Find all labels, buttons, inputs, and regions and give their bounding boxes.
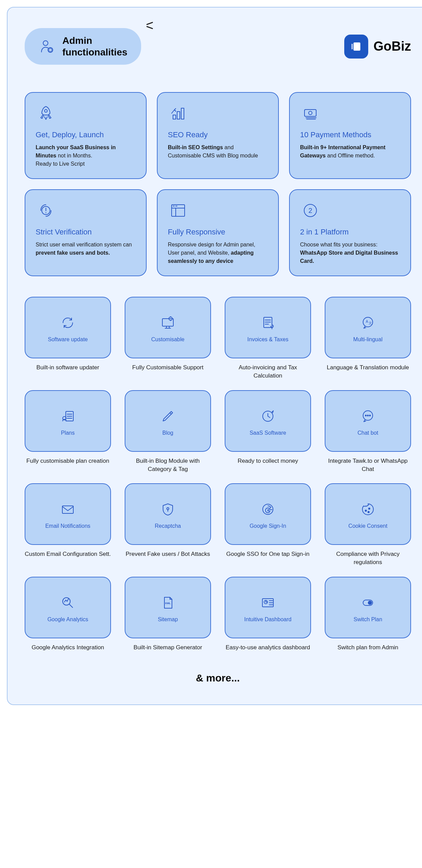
admin-user-icon — [38, 38, 55, 55]
small-desc: Google SSO for One tap Sign-in — [225, 550, 311, 558]
chart-icon — [168, 103, 188, 124]
feature-desc: Built-in 9+ International Payment Gatewa… — [300, 143, 400, 160]
small-feature-email: Email NotificationsCustom Email Configur… — [25, 483, 111, 566]
svg-point-0 — [43, 41, 48, 46]
big-features-grid: Get, Deploy, LaunchLaunch your SaaS Busi… — [25, 92, 411, 276]
small-title: Google Analytics — [47, 616, 88, 623]
small-feature-saas: SaaS SoftwareReady to collect money — [225, 390, 311, 473]
chat-icon — [359, 408, 376, 425]
small-title: Switch Plan — [353, 616, 382, 623]
cookie-icon — [359, 501, 376, 518]
feature-desc: Choose what fits your business: WhatsApp… — [300, 241, 400, 265]
dashboard-icon — [259, 594, 276, 611]
small-feature-recaptcha: RecaptchaPrevent Fake users / Bot Attack… — [125, 483, 211, 566]
svg-text:2: 2 — [308, 207, 312, 214]
svg-text:XML: XML — [165, 602, 171, 605]
logo-mark-icon — [344, 35, 368, 59]
svg-point-25 — [368, 415, 369, 416]
feature-title: Get, Deploy, Launch — [36, 130, 136, 139]
page-title: Adminfunctionalities — [62, 35, 127, 58]
feature-card-platform: 22 in 1 PlatformChoose what fits your bu… — [289, 189, 411, 276]
small-feature-google-signin: Google Sign-InGoogle SSO for One tap Sig… — [225, 483, 311, 566]
small-desc: Easy-to-use analytics dashboard — [225, 643, 311, 652]
feature-title: Strict Verification — [36, 228, 136, 237]
invoice-icon — [259, 314, 276, 331]
small-desc: Fully customisable plan creation — [25, 457, 111, 465]
feature-desc: Strict user email verification system ca… — [36, 241, 136, 257]
svg-point-31 — [369, 508, 370, 509]
small-desc: Integrate Tawk.to or WhatsApp Chat — [325, 457, 411, 473]
small-feature-plans: PlansFully customisable plan creation — [25, 390, 111, 473]
small-feature-sitemap: XMLSitemapBuilt-in Sitemap Generator — [125, 577, 211, 652]
small-title: Recaptcha — [155, 523, 181, 529]
svg-rect-7 — [181, 108, 184, 119]
xml-file-icon: XML — [159, 594, 176, 611]
small-desc: Built-in software updater — [25, 363, 111, 372]
brand-name: GoBiz — [373, 39, 411, 54]
money-icon — [300, 103, 321, 124]
feature-title: 10 Payment Methods — [300, 130, 400, 139]
brand-logo: GoBiz — [344, 35, 411, 59]
feature-title: SEO Ready — [168, 130, 268, 139]
small-title: Chat bot — [358, 430, 378, 436]
analytics-icon — [59, 594, 76, 611]
svg-rect-3 — [351, 44, 353, 49]
feature-card-verification: Strict VerificationStrict user email ver… — [25, 189, 147, 276]
refresh-icon — [59, 314, 76, 331]
footer-text: & more... — [25, 672, 411, 684]
small-title: Blog — [162, 430, 173, 436]
small-feature-cookie: Cookie ConsentCompliance with Privacy re… — [325, 483, 411, 566]
small-desc: Built-in Blog Module with Category & Tag — [125, 457, 211, 473]
small-feature-custom: CustomisableFully Customisable Support — [125, 297, 211, 380]
svg-point-9 — [309, 111, 312, 115]
small-feature-analytics: Google AnalyticsGoogle Analytics Integra… — [25, 577, 111, 652]
svg-point-4 — [45, 110, 47, 112]
small-desc: Switch plan from Admin — [325, 643, 411, 652]
rocket-icon — [36, 103, 56, 124]
page-container: Adminfunctionalities GoBiz Get, Deploy, … — [7, 7, 422, 705]
svg-rect-6 — [177, 112, 180, 119]
small-feature-update: Software updateBuilt-in software updater — [25, 297, 111, 380]
small-title: Intuitive Dashboard — [244, 616, 291, 623]
feature-desc: Responsive design for Admin panel, User … — [168, 241, 268, 265]
google-icon — [259, 501, 276, 518]
small-desc: Ready to collect money — [225, 457, 311, 465]
svg-rect-11 — [172, 205, 185, 216]
small-feature-multilingual: A文Multi-lingualLanguage & Translation mo… — [325, 297, 411, 380]
small-title: Invoices & Taxes — [247, 336, 288, 343]
small-desc: Auto-invoicing and Tax Calculation — [225, 363, 311, 380]
svg-rect-8 — [305, 110, 316, 116]
svg-point-26 — [370, 415, 371, 416]
small-title: Cookie Consent — [348, 523, 387, 529]
small-desc: Custom Email Configuration Sett. — [25, 550, 111, 558]
small-desc: Prevent Fake users / Bot Attacks — [125, 550, 211, 558]
two-icon: 2 — [300, 200, 321, 221]
alert-icon — [36, 200, 56, 221]
header: Adminfunctionalities GoBiz — [25, 28, 411, 65]
shield-icon — [159, 501, 176, 518]
clock-arrow-icon — [259, 408, 276, 425]
envelope-icon — [59, 501, 76, 518]
feature-desc: Built-in SEO Settings and Customisable C… — [168, 143, 268, 160]
feature-desc: Launch your SaaS Business in Minutes not… — [36, 143, 136, 168]
feature-card-responsive: Fully ResponsiveResponsive design for Ad… — [157, 189, 279, 276]
monitor-gear-icon — [159, 314, 176, 331]
small-title: Plans — [61, 430, 75, 436]
small-feature-switch: Switch PlanSwitch plan from Admin — [325, 577, 411, 652]
small-feature-blog: BlogBuilt-in Blog Module with Category &… — [125, 390, 211, 473]
feature-title: Fully Responsive — [168, 228, 268, 237]
feature-card-seo: SEO ReadyBuilt-in SEO Settings and Custo… — [157, 92, 279, 179]
small-features-grid: Software updateBuilt-in software updater… — [25, 297, 411, 652]
small-title: Software update — [48, 336, 88, 343]
small-title: Sitemap — [158, 616, 178, 623]
layout-icon — [168, 200, 188, 221]
small-feature-invoices: Invoices & TaxesAuto-invoicing and Tax C… — [225, 297, 311, 380]
svg-point-24 — [365, 415, 367, 416]
pencil-icon — [159, 408, 176, 425]
feature-title: 2 in 1 Platform — [300, 228, 400, 237]
checklist-icon — [59, 408, 76, 425]
small-title: Google Sign-In — [250, 523, 286, 529]
small-desc: Language & Translation module — [325, 363, 411, 372]
svg-rect-2 — [353, 42, 360, 51]
small-title: Customisable — [151, 336, 185, 343]
